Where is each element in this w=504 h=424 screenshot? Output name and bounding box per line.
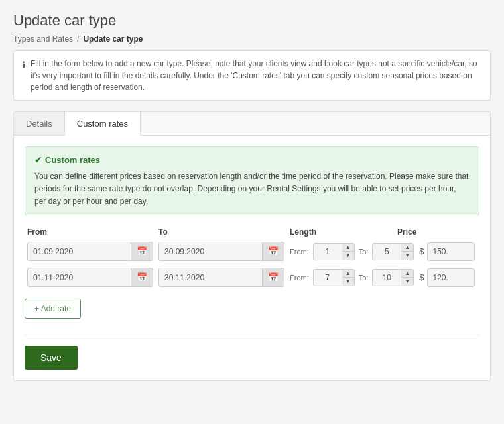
length-from-down-btn-1[interactable]: ▼ <box>342 252 354 260</box>
from-date-wrapper-1: 📅 <box>27 242 153 261</box>
breadcrumb-separator: / <box>77 34 79 44</box>
tab-custom-rates[interactable]: Custom rates <box>65 112 141 136</box>
length-to-spinner-2: ▲ ▼ <box>372 269 414 286</box>
col-header-price: Price <box>397 227 477 237</box>
to-date-wrapper-1: 📅 <box>158 242 284 261</box>
from-date-input-2[interactable] <box>28 269 131 286</box>
length-from-up-btn-2[interactable]: ▲ <box>342 270 354 278</box>
length-cell-2: From: ▲ ▼ To: ▲ ▼ <box>290 269 414 286</box>
length-from-spinner-1: ▲ ▼ <box>313 243 355 260</box>
length-to-input-2[interactable] <box>373 271 401 284</box>
length-to-spinner-1: ▲ ▼ <box>372 243 414 260</box>
length-from-up-btn-1[interactable]: ▲ <box>342 244 354 252</box>
tab-details[interactable]: Details <box>14 112 65 135</box>
length-to-spinner-btns-2: ▲ ▼ <box>401 270 413 286</box>
check-circle-icon: ✔ <box>34 154 42 168</box>
info-text: Fill in the form below to add a new car … <box>31 58 482 93</box>
length-cell-1: From: ▲ ▼ To: ▲ ▼ <box>290 243 414 260</box>
length-to-label-2: To: <box>359 274 369 282</box>
length-from-label-1: From: <box>290 248 309 256</box>
length-to-down-btn-2[interactable]: ▼ <box>401 278 413 286</box>
length-from-spinner-btns-2: ▲ ▼ <box>342 270 354 286</box>
to-date-input-2[interactable] <box>159 269 262 286</box>
price-input-wrapper-2 <box>427 268 475 287</box>
price-input-1[interactable] <box>428 243 474 260</box>
length-from-input-1[interactable] <box>314 245 342 258</box>
from-calendar-btn-1[interactable]: 📅 <box>131 242 153 260</box>
save-button[interactable]: Save <box>25 346 78 370</box>
rate-row: 📅 📅 From: ▲ ▼ To: <box>25 268 479 287</box>
length-to-label-1: To: <box>359 248 369 256</box>
price-symbol-1: $ <box>419 246 424 256</box>
custom-rates-info-box: ✔ Custom rates You can define different … <box>25 146 479 215</box>
length-from-spinner-2: ▲ ▼ <box>313 269 355 286</box>
to-date-wrapper-2: 📅 <box>158 268 284 287</box>
length-from-input-2[interactable] <box>314 271 342 284</box>
length-to-up-btn-2[interactable]: ▲ <box>401 270 413 278</box>
from-date-input-1[interactable] <box>28 243 131 260</box>
rates-table-header: From To Length Price <box>25 227 479 237</box>
length-to-up-btn-1[interactable]: ▲ <box>401 244 413 252</box>
to-calendar-btn-1[interactable]: 📅 <box>262 242 284 260</box>
col-header-to: To <box>158 227 284 237</box>
length-from-spinner-btns-1: ▲ ▼ <box>342 244 354 260</box>
from-calendar-btn-2[interactable]: 📅 <box>131 268 153 286</box>
info-box: ℹ Fill in the form below to add a new ca… <box>13 50 491 101</box>
price-cell-2: $ <box>419 268 499 287</box>
tab-content-custom-rates: ✔ Custom rates You can define different … <box>14 136 490 380</box>
breadcrumb-current: Update car type <box>83 34 143 44</box>
price-cell-1: $ <box>419 242 499 261</box>
rate-row: 📅 📅 From: ▲ ▼ To: <box>25 242 479 261</box>
length-to-spinner-btns-1: ▲ ▼ <box>401 244 413 260</box>
tabs-header: Details Custom rates <box>14 112 490 136</box>
add-rate-button[interactable]: + Add rate <box>25 299 81 319</box>
col-header-from: From <box>27 227 153 237</box>
custom-rates-info-title: ✔ Custom rates <box>34 154 470 168</box>
custom-rates-info-body: You can define different prices based on… <box>34 170 470 209</box>
length-to-input-1[interactable] <box>373 245 401 258</box>
from-date-wrapper-2: 📅 <box>27 268 153 287</box>
breadcrumb: Types and Rates / Update car type <box>13 34 491 44</box>
divider <box>25 335 479 335</box>
tabs-container: Details Custom rates ✔ Custom rates You … <box>13 111 491 381</box>
price-input-2[interactable] <box>428 269 474 286</box>
price-input-wrapper-1 <box>427 242 475 261</box>
to-date-input-1[interactable] <box>159 243 262 260</box>
to-calendar-btn-2[interactable]: 📅 <box>262 268 284 286</box>
col-header-length: Length <box>290 227 392 237</box>
length-from-down-btn-2[interactable]: ▼ <box>342 278 354 286</box>
info-icon: ℹ <box>22 58 25 93</box>
price-symbol-2: $ <box>419 272 424 282</box>
length-from-label-2: From: <box>290 274 309 282</box>
breadcrumb-parent[interactable]: Types and Rates <box>13 34 73 44</box>
length-to-down-btn-1[interactable]: ▼ <box>401 252 413 260</box>
page-title: Update car type <box>13 12 491 29</box>
